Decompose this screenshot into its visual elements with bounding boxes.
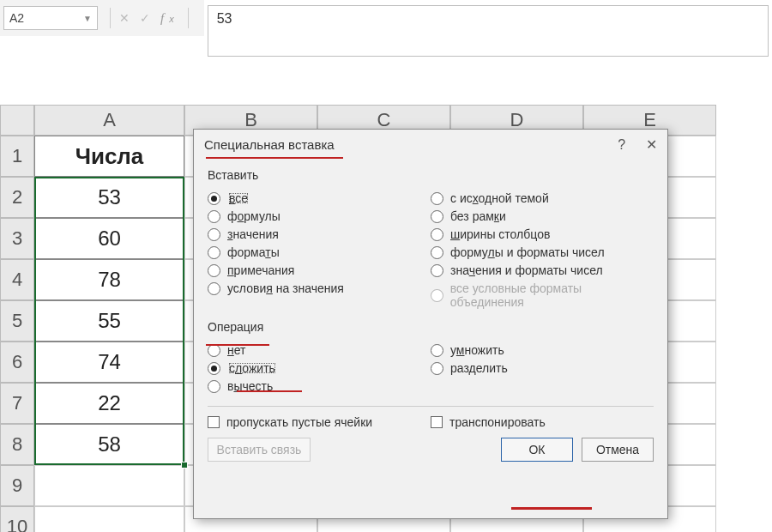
formula-bar-icons: ✕ ✓ fx [106, 8, 192, 28]
radio-option: все условные форматы объединения [431, 281, 654, 309]
paste-special-dialog: Специальная вставка ? ✕ Вставить всеформ… [193, 129, 668, 519]
table-data-cell[interactable]: 60 [34, 218, 184, 259]
transpose-checkbox[interactable]: транспонировать [431, 415, 654, 429]
table-data-cell[interactable]: 22 [34, 383, 184, 424]
confirm-icon[interactable]: ✓ [140, 11, 150, 25]
row-header[interactable]: 4 [0, 259, 34, 300]
row-header[interactable]: 9 [0, 465, 34, 506]
radio-option[interactable]: условия на значения [208, 281, 431, 295]
cell-reference: A2 [9, 11, 24, 25]
radio-option[interactable]: ширины столбцов [431, 227, 654, 241]
dialog-title: Специальная вставка [204, 137, 335, 152]
radio-option[interactable]: значения и форматы чисел [431, 263, 654, 277]
radio-option[interactable]: примечания [208, 263, 431, 277]
row-header[interactable]: 8 [0, 424, 34, 465]
paste-section-label: Вставить [208, 168, 654, 182]
radio-option[interactable]: все [208, 191, 431, 205]
table-data-cell[interactable]: 53 [34, 177, 184, 218]
cell[interactable] [34, 506, 184, 532]
cell[interactable] [34, 465, 184, 506]
name-box[interactable]: A2 ▼ [3, 6, 98, 30]
cancel-icon[interactable]: ✕ [119, 11, 130, 25]
table-data-cell[interactable]: 58 [34, 424, 184, 465]
row-header[interactable]: 10 [0, 506, 34, 532]
table-data-cell[interactable]: 74 [34, 342, 184, 383]
table-header-cell[interactable]: Числа [34, 136, 184, 177]
chevron-down-icon[interactable]: ▼ [83, 14, 92, 23]
radio-option[interactable]: умножить [431, 343, 654, 357]
radio-option[interactable]: с исходной темой [431, 191, 654, 205]
operation-section-label: Операция [208, 320, 654, 334]
row-header[interactable]: 7 [0, 383, 34, 424]
row-header[interactable]: 5 [0, 300, 34, 342]
row-header[interactable]: 2 [0, 177, 34, 218]
fx-icon[interactable]: fx [160, 11, 179, 26]
help-icon[interactable]: ? [618, 137, 625, 152]
row-header[interactable]: 3 [0, 218, 34, 259]
column-header[interactable]: A [34, 105, 184, 136]
radio-option[interactable]: форматы [208, 245, 431, 259]
radio-option[interactable]: значения [208, 227, 431, 241]
fill-handle[interactable] [181, 462, 188, 469]
radio-option[interactable]: сложить [208, 361, 431, 375]
row-header[interactable]: 6 [0, 342, 34, 383]
table-data-cell[interactable]: 55 [34, 300, 184, 342]
row-header[interactable]: 1 [0, 136, 34, 177]
ok-button[interactable]: ОК [501, 438, 573, 462]
formula-input[interactable]: 53 [208, 5, 769, 57]
radio-option[interactable]: без рамки [431, 209, 654, 223]
close-icon[interactable]: ✕ [646, 137, 657, 152]
radio-option[interactable]: разделить [431, 361, 654, 375]
skip-blanks-checkbox[interactable]: пропускать пустые ячейки [208, 415, 431, 429]
radio-option[interactable]: формулы [208, 209, 431, 223]
cancel-button[interactable]: Отмена [582, 438, 654, 462]
radio-option[interactable]: формулы и форматы чисел [431, 245, 654, 259]
select-all-corner[interactable] [0, 105, 34, 136]
paste-link-button: Вставить связь [208, 438, 311, 462]
table-data-cell[interactable]: 78 [34, 259, 184, 300]
